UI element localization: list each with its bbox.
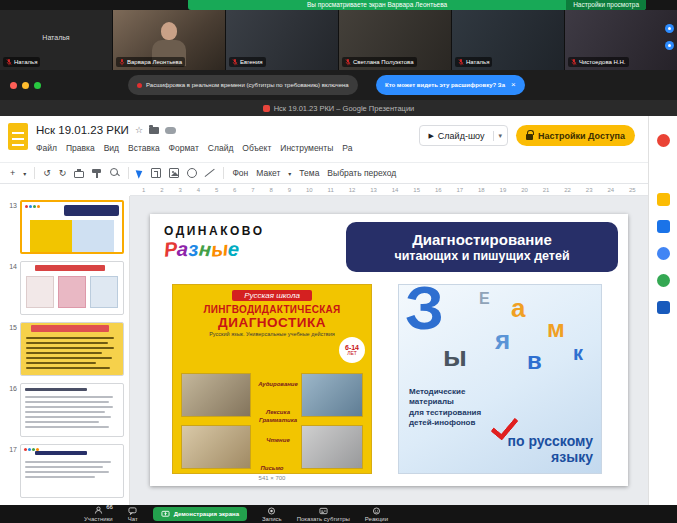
theme-button[interactable]: Тема [299,168,319,178]
calendar-icon[interactable] [657,220,670,233]
star-icon[interactable]: ☆ [135,126,143,135]
slide-thumbnail[interactable] [20,322,124,376]
participant-tile[interactable]: Наталья Наталья [0,10,112,70]
ruler-number: 10 [306,187,313,193]
background-button[interactable]: Фон [232,168,248,178]
print-icon[interactable] [74,171,84,178]
mini-text-line [25,471,109,473]
close-icon[interactable]: × [511,81,516,89]
slideshow-dropdown[interactable]: ▾ [494,132,508,140]
brand-logo[interactable]: ОДИНАКОВО Разные [164,224,265,260]
view-settings-button[interactable]: Настройки просмотра [566,0,646,10]
reactions-column [665,24,674,50]
close-window-button[interactable] [10,82,17,89]
share-access-button[interactable]: Настройки Доступа [516,125,635,146]
slideshow-button-main[interactable]: ▶ Слайд-шоу [420,131,493,141]
mini-text-line [26,362,96,364]
insert-line-icon[interactable] [205,168,215,178]
new-slide-button[interactable]: + [10,169,15,178]
menu-format[interactable]: Формат [169,143,199,153]
menu-edit[interactable]: Правка [66,143,95,153]
mini-text-line [26,357,112,359]
menu-extensions[interactable]: Ра [342,143,352,153]
slides-logo-icon[interactable] [8,123,28,150]
slide-thumbnail[interactable] [20,200,124,254]
transcript-notice[interactable]: Кто может видеть эту расшифровку? За × [376,75,525,95]
share-screen-button[interactable]: Демонстрация экрана [153,507,247,521]
profile-icon[interactable] [657,134,670,147]
mini-text-line [26,342,108,344]
right-book-text-line: Методические [409,387,539,397]
current-slide[interactable]: ОДИНАКОВО Разные Диагностирование читающ… [150,214,628,486]
record-button[interactable]: Запись [262,507,282,522]
layout-caret-icon[interactable]: ▾ [288,170,291,177]
menu-object[interactable]: Объект [242,143,271,153]
undo-icon[interactable]: ↺ [43,169,51,178]
left-book-cover[interactable]: Русская школа ЛИНГВОДИДАКТИЧЕСКАЯ ДИАГНО… [172,284,372,474]
ruler-number: 11 [328,187,334,193]
participant-name-centered: Наталья [0,34,112,41]
text-box-icon[interactable] [151,168,161,178]
reaction-icon[interactable] [665,41,674,50]
document-title[interactable]: Нск 19.01.23 РКИ [36,124,129,136]
right-book-text: Методические материалы для тестирования … [409,387,539,429]
slide-thumbnail[interactable] [20,444,124,498]
reaction-icon[interactable] [665,24,674,33]
participant-tile[interactable]: Чистоедова Н.Н. [565,10,677,70]
participants-count-badge: 66 [106,504,113,510]
insert-shape-icon[interactable] [187,168,197,178]
reactions-button[interactable]: Реакции [365,507,388,522]
ruler-number: 3 [178,187,181,193]
redo-icon[interactable]: ↻ [59,169,67,178]
menu-slide[interactable]: Слайд [208,143,234,153]
menu-file[interactable]: Файл [36,143,57,153]
tasks-icon[interactable] [657,247,670,260]
insert-image-icon[interactable] [169,168,179,178]
participant-tile[interactable]: Евгения [226,10,338,70]
participant-name: Чистоедова Н.Н. [579,59,626,65]
right-book-cover[interactable]: З Е а м я к в ы Методические материалы д… [398,284,602,474]
slide-number: 14 [4,261,17,270]
slide-thumbnail[interactable] [20,261,124,315]
ruler-number: 7 [251,187,254,193]
mic-muted-icon [571,58,577,66]
book-letter: Е [479,291,490,307]
select-tool-icon[interactable] [136,168,145,179]
layout-button[interactable]: Макет [256,168,280,178]
participants-button[interactable]: 66 Участники [84,506,113,522]
contacts-icon[interactable] [657,301,670,314]
slide-thumbnail[interactable] [20,383,124,437]
ruler-number: 23 [586,187,593,193]
webcam-face [161,22,177,40]
header-buttons: ▶ Слайд-шоу ▾ Настройки Доступа [419,125,635,146]
move-folder-icon[interactable] [149,127,159,134]
image-size-caption: 541 × 700 [172,475,372,481]
caption-writing: Письмо [173,465,371,473]
mini-text-line [25,406,113,408]
slideshow-button[interactable]: ▶ Слайд-шоу ▾ [419,125,508,146]
paint-format-icon[interactable] [92,168,102,178]
chat-button[interactable]: Чат [128,507,138,522]
fullscreen-window-button[interactable] [34,82,41,89]
slide-title-box[interactable]: Диагностирование читающих и пишущих дете… [346,222,618,272]
transition-button[interactable]: Выбрать переход [327,168,396,178]
participant-tile[interactable]: Варвара Леонтьева [113,10,225,70]
participant-tile[interactable]: Светлана Полуэктова [339,10,451,70]
participant-label: Наталья [3,57,40,67]
new-slide-caret-icon[interactable]: ▾ [23,170,26,177]
mic-muted-icon [6,58,12,66]
share-access-label: Настройки Доступа [538,131,625,141]
captions-button[interactable]: Показать субтитры [297,507,350,522]
screen-share-banner-text: Вы просматриваете экран Варвара Леонтьев… [188,0,566,10]
keep-icon[interactable] [657,193,670,206]
book-photo [301,425,363,469]
minimize-window-button[interactable] [22,82,29,89]
play-icon: ▶ [428,132,433,140]
maps-icon[interactable] [657,274,670,287]
menu-view[interactable]: Вид [104,143,119,153]
cloud-status-icon[interactable] [165,127,176,134]
menu-tools[interactable]: Инструменты [280,143,333,153]
menu-insert[interactable]: Вставка [128,143,160,153]
zoom-icon[interactable] [110,168,120,178]
participant-tile[interactable]: Наталья [452,10,564,70]
